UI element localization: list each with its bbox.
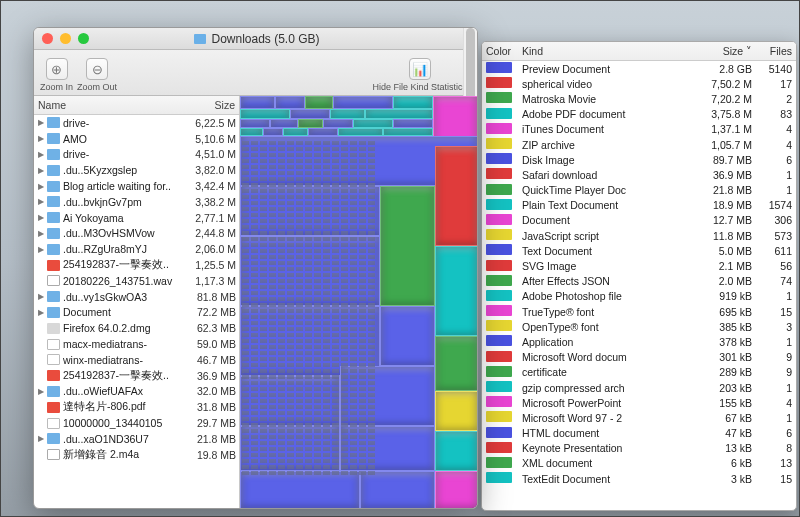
file-row[interactable]: macx-mediatrans-59.0 MB: [34, 336, 239, 352]
stats-row[interactable]: Preview Document2.8 GB5140: [482, 61, 796, 76]
treemap-cell[interactable]: [305, 96, 333, 109]
disclosure-icon[interactable]: ▶: [37, 229, 44, 238]
treemap-cell[interactable]: [298, 119, 323, 128]
disclosure-icon[interactable]: ▶: [37, 213, 44, 222]
stats-row[interactable]: SVG Image2.1 MB56: [482, 258, 796, 273]
treemap-cell[interactable]: [240, 96, 275, 109]
stats-row[interactable]: XML document6 kB13: [482, 456, 796, 471]
treemap-cell[interactable]: [308, 128, 338, 136]
treemap-cell[interactable]: [330, 109, 365, 119]
file-row[interactable]: 254192837-一擊奏效..36.9 MB: [34, 368, 239, 384]
file-row[interactable]: ▶.du..vy1sGkwOA381.8 MB: [34, 289, 239, 305]
treemap-cell[interactable]: [393, 96, 433, 109]
disclosure-icon[interactable]: ▶: [37, 118, 44, 127]
treemap-cell[interactable]: [338, 128, 383, 136]
disclosure-icon[interactable]: ▶: [37, 308, 44, 317]
treemap-cell[interactable]: [360, 471, 435, 508]
disclosure-icon[interactable]: ▶: [37, 434, 44, 443]
stats-row[interactable]: TrueType® font695 kB15: [482, 304, 796, 319]
titlebar[interactable]: Downloads (5.0 GB): [34, 28, 477, 50]
file-row[interactable]: 254192837-一擊奏效..1,25.5 M: [34, 257, 239, 273]
treemap-cell[interactable]: [240, 128, 263, 136]
treemap-cell[interactable]: [270, 119, 298, 128]
file-row[interactable]: ▶.du..xaO1ND36U721.8 MB: [34, 431, 239, 447]
stats-row[interactable]: Microsoft PowerPoint155 kB4: [482, 395, 796, 410]
file-row[interactable]: ▶drive-4,51.0 M: [34, 147, 239, 163]
zoom-out-button[interactable]: ⊖ Zoom Out: [77, 58, 117, 92]
file-row[interactable]: ▶.du..5Kyzxgslep3,82.0 M: [34, 162, 239, 178]
file-row[interactable]: 達特名片-806.pdf31.8 MB: [34, 399, 239, 415]
stats-row[interactable]: Application378 kB1: [482, 334, 796, 349]
stats-row[interactable]: certificate289 kB9: [482, 365, 796, 380]
stats-row[interactable]: gzip compressed arch203 kB1: [482, 380, 796, 395]
treemap-cell[interactable]: [380, 306, 435, 366]
stats-row[interactable]: Plain Text Document18.9 MB1574: [482, 198, 796, 213]
treemap-cell[interactable]: [383, 128, 433, 136]
treemap-cell[interactable]: [380, 186, 435, 306]
treemap-cell[interactable]: [290, 109, 330, 119]
stats-row[interactable]: Text Document5.0 MB611: [482, 243, 796, 258]
stats-body[interactable]: Preview Document2.8 GB5140spherical vide…: [482, 61, 796, 486]
hide-stats-button[interactable]: 📊 Hide File Kind Statistics: [372, 58, 467, 92]
col-color[interactable]: Color: [486, 45, 522, 57]
stats-row[interactable]: Adobe PDF document3,75.8 M83: [482, 107, 796, 122]
disclosure-icon[interactable]: ▶: [37, 182, 44, 191]
stats-row[interactable]: HTML document47 kB6: [482, 426, 796, 441]
file-row[interactable]: ▶Document72.2 MB: [34, 305, 239, 321]
treemap-cell[interactable]: [365, 109, 433, 119]
treemap-cell[interactable]: [333, 96, 393, 109]
treemap-cell[interactable]: [263, 128, 283, 136]
treemap-cell[interactable]: [435, 431, 477, 471]
disclosure-icon[interactable]: ▶: [37, 292, 44, 301]
file-row[interactable]: 20180226_143751.wav1,17.3 M: [34, 273, 239, 289]
stats-row[interactable]: spherical video7,50.2 M17: [482, 76, 796, 91]
stats-row[interactable]: TextEdit Document3 kB15: [482, 471, 796, 486]
zoom-in-button[interactable]: ⊕ Zoom In: [40, 58, 73, 92]
file-row[interactable]: ▶.du..oWiefUAFAx32.0 MB: [34, 384, 239, 400]
stats-row[interactable]: Adobe Photoshop file919 kB1: [482, 289, 796, 304]
treemap-cell[interactable]: [435, 336, 477, 391]
stats-row[interactable]: Safari download36.9 MB1: [482, 167, 796, 182]
file-row[interactable]: ▶AMO5,10.6 M: [34, 131, 239, 147]
file-row[interactable]: ▶drive-6,22.5 M: [34, 115, 239, 131]
treemap-cell[interactable]: [275, 96, 305, 109]
stats-row[interactable]: OpenType® font385 kB3: [482, 319, 796, 334]
stats-row[interactable]: Microsoft Word 97 - 267 kB1: [482, 410, 796, 425]
stats-row[interactable]: Keynote Presentation13 kB8: [482, 441, 796, 456]
stats-row[interactable]: After Effects JSON2.0 MB74: [482, 274, 796, 289]
file-row[interactable]: ▶Blog article waiting for..3,42.4 M: [34, 178, 239, 194]
treemap-cell[interactable]: [435, 146, 477, 246]
minimize-icon[interactable]: [60, 33, 71, 44]
treemap-cell[interactable]: [240, 471, 360, 508]
file-row[interactable]: ▶.du..RZgUra8mYJ2,06.0 M: [34, 241, 239, 257]
treemap-cell[interactable]: [240, 119, 270, 128]
stats-row[interactable]: JavaScript script11.8 MB573: [482, 228, 796, 243]
col-kind[interactable]: Kind: [522, 45, 690, 57]
file-row[interactable]: ▶.du..bvkjnGv7pm3,38.2 M: [34, 194, 239, 210]
stats-row[interactable]: iTunes Document1,37.1 M4: [482, 122, 796, 137]
col-name[interactable]: Name: [38, 99, 177, 111]
file-row[interactable]: Firefox 64.0.2.dmg62.3 MB: [34, 320, 239, 336]
stats-row[interactable]: Disk Image89.7 MB6: [482, 152, 796, 167]
stats-row[interactable]: Document12.7 MB306: [482, 213, 796, 228]
stats-row[interactable]: Microsoft Word docum301 kB9: [482, 350, 796, 365]
col-size[interactable]: Size ˅: [690, 45, 752, 57]
treemap-cell[interactable]: [240, 109, 290, 119]
file-row[interactable]: 新增錄音 2.m4a19.8 MB: [34, 447, 239, 463]
file-list-body[interactable]: ▶drive-6,22.5 M▶AMO5,10.6 M▶drive-4,51.0…: [34, 115, 239, 508]
treemap-cell[interactable]: [435, 471, 477, 508]
file-row[interactable]: ▶.du..M3OvHSMVow2,44.8 M: [34, 226, 239, 242]
close-icon[interactable]: [42, 33, 53, 44]
treemap-cell[interactable]: [435, 246, 477, 336]
col-files[interactable]: Files: [752, 45, 792, 57]
treemap-cell[interactable]: [283, 128, 308, 136]
file-row[interactable]: 10000000_1344010529.7 MB: [34, 415, 239, 431]
disclosure-icon[interactable]: ▶: [37, 197, 44, 206]
disclosure-icon[interactable]: ▶: [37, 387, 44, 396]
disclosure-icon[interactable]: ▶: [37, 166, 44, 175]
file-row[interactable]: ▶Ai Yokoyama2,77.1 M: [34, 210, 239, 226]
treemap-cell[interactable]: [353, 119, 393, 128]
col-size[interactable]: Size: [177, 99, 235, 111]
treemap-cell[interactable]: [393, 119, 433, 128]
disclosure-icon[interactable]: ▶: [37, 150, 44, 159]
